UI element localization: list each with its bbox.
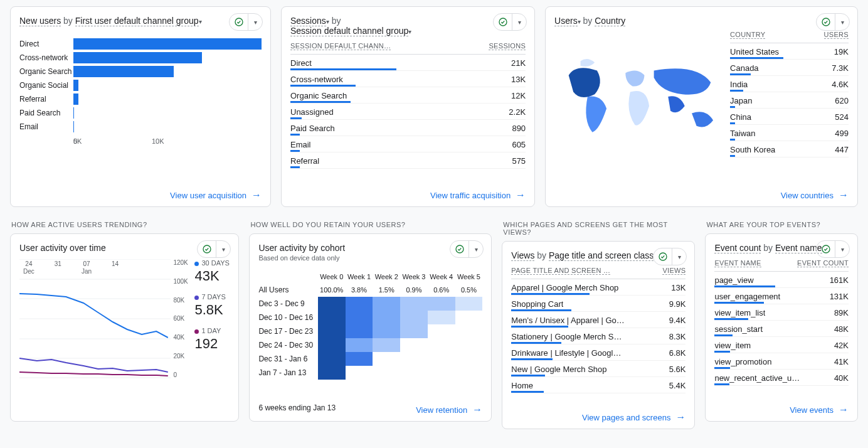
card-menu-dropdown[interactable]: ▾ [216, 246, 230, 253]
cohort-cell [455, 324, 483, 338]
row-key: South Korea [730, 145, 775, 154]
row-key: view_item_list [714, 308, 765, 317]
row-key: Home [511, 381, 533, 390]
table-row[interactable]: Organic Search 12K [290, 87, 526, 104]
cohort-heatmap: Week 0Week 1Week 2Week 3Week 4Week 5All … [258, 270, 482, 380]
table-row[interactable]: Taiwan 499 [730, 125, 849, 141]
country-table: COUNTRYUSERS United States 19K Canada 7.… [730, 31, 849, 163]
card-menu-dropdown[interactable]: ▾ [248, 19, 262, 26]
row-value: 605 [512, 140, 526, 149]
card-title[interactable]: New users by First user default channel … [19, 16, 262, 26]
status-check-icon[interactable] [654, 248, 672, 265]
view-countries-link[interactable]: View countries→ [554, 186, 849, 200]
row-value: 890 [512, 124, 526, 133]
table-row[interactable]: Drinkware | Lifestyle | Googl… 6.8K [511, 344, 685, 361]
table-row[interactable]: page_view 161K [714, 272, 849, 288]
table-row[interactable]: New | Google Merch Shop 5.6K [511, 361, 685, 377]
card-sessions: ▾ Sessions▾ by Session default channel g… [281, 6, 535, 207]
table-row[interactable]: South Korea 447 [730, 141, 849, 157]
bar-row: Paid Search [19, 106, 262, 120]
table-row[interactable]: Referral 575 [290, 152, 526, 169]
table-row[interactable]: Men's / Unisex | Apparel | Go… 9.4K [511, 312, 685, 328]
cohort-note: 6 weeks ending Jan 13 [258, 403, 336, 412]
card-menu-dropdown[interactable]: ▾ [835, 246, 849, 253]
table-row[interactable]: user_engagement 131K [714, 288, 849, 304]
cohort-cell [428, 366, 455, 380]
status-check-icon[interactable] [494, 14, 512, 30]
table-row[interactable]: Apparel | Google Merch Shop 13K [511, 279, 685, 296]
cohort-cell [346, 352, 373, 366]
cohort-cell [400, 352, 428, 366]
arrow-right-icon: → [251, 190, 262, 200]
bar-label: Cross-network [19, 53, 73, 62]
legend-entry: 1 DAY192 [194, 327, 230, 352]
card-menu-dropdown[interactable]: ▾ [835, 19, 849, 26]
table-row[interactable]: new_recent_active_u… 40K [714, 370, 849, 386]
bar-row: Email [19, 120, 262, 134]
status-check-icon[interactable] [450, 241, 469, 257]
cohort-cell [428, 324, 455, 338]
view-user-acquisition-link[interactable]: View user acquisition→ [19, 186, 262, 200]
table-row[interactable]: view_promotion 41K [714, 353, 849, 370]
card-title[interactable]: Sessions▾ by Session default channel gro… [290, 16, 526, 36]
view-retention-link[interactable]: View retention→ [416, 401, 482, 415]
table-row[interactable]: Shopping Cart 9.9K [511, 296, 685, 312]
table-row[interactable]: Home 5.4K [511, 377, 685, 393]
row-value: 42K [834, 341, 849, 350]
table-row[interactable]: Unassigned 2.2K [290, 104, 526, 120]
card-actions: ▾ [493, 13, 527, 31]
cohort-row-label: Dec 17 - Dec 23 [258, 324, 317, 338]
status-check-icon[interactable] [817, 241, 835, 257]
row-value: 21K [511, 58, 526, 68]
card-activity-over-time: ▾ User activity over time [10, 233, 239, 422]
views-table: PAGE TITLE AND SCREEN …VIEWS Apparel | G… [511, 267, 685, 393]
table-row[interactable]: session_start 48K [714, 321, 849, 337]
table-row[interactable]: Stationery | Google Merch S… 8.3K [511, 328, 685, 344]
table-row[interactable]: India 4.6K [730, 76, 849, 92]
legend-entry: 30 DAYS43K [194, 259, 230, 284]
bar-label: Referral [19, 95, 73, 104]
cohort-cell [373, 311, 400, 324]
table-row[interactable]: Japan 620 [730, 92, 849, 109]
cohort-cell [455, 366, 483, 380]
metric-name: New users [19, 16, 61, 26]
cohort-row-label: Jan 7 - Jan 13 [258, 366, 317, 380]
card-menu-dropdown[interactable]: ▾ [512, 19, 526, 26]
table-row[interactable]: Paid Search 890 [290, 120, 526, 136]
card-menu-dropdown[interactable]: ▾ [469, 246, 483, 253]
legend-entry: 7 DAYS5.8K [194, 293, 230, 318]
row-value: 4.6K [832, 80, 849, 89]
status-check-icon[interactable] [198, 241, 216, 257]
cohort-cell [428, 297, 455, 311]
table-row[interactable]: Email 605 [290, 136, 526, 152]
table-row[interactable]: China 524 [730, 109, 849, 125]
bar-value [73, 38, 262, 50]
row-key: Shopping Cart [511, 299, 563, 309]
cohort-cell [373, 324, 400, 338]
card-title[interactable]: Users▾ by Country [554, 16, 849, 26]
card-actions: ▾ [197, 240, 231, 258]
bar-row: Cross-network [19, 51, 262, 65]
table-row[interactable]: Canada 7.3K [730, 60, 849, 76]
table-row[interactable]: Cross-network 13K [290, 71, 526, 87]
cohort-row-label: Dec 31 - Jan 6 [258, 352, 317, 366]
cohort-cell [346, 297, 373, 311]
row-value: 2.2K [509, 107, 526, 117]
bar-label: Email [19, 122, 73, 131]
row-value: 41K [834, 357, 849, 366]
table-row[interactable]: Direct 21K [290, 55, 526, 71]
section-heading: WHICH PAGES AND SCREENS GET THE MOST VIE… [503, 221, 695, 236]
status-check-icon[interactable] [817, 14, 835, 30]
status-check-icon[interactable] [230, 14, 248, 30]
table-row[interactable]: United States 19K [730, 43, 849, 60]
cohort-cell [318, 338, 346, 352]
bar-label: Paid Search [19, 109, 73, 117]
table-row[interactable]: view_item 42K [714, 337, 849, 353]
world-map[interactable] [554, 31, 725, 163]
view-events-link[interactable]: View events→ [714, 401, 849, 415]
cohort-cell [373, 297, 400, 311]
card-menu-dropdown[interactable]: ▾ [672, 253, 686, 260]
view-traffic-acquisition-link[interactable]: View traffic acquisition→ [290, 186, 526, 200]
table-row[interactable]: view_item_list 89K [714, 304, 849, 321]
view-pages-screens-link[interactable]: View pages and screens→ [511, 408, 685, 422]
